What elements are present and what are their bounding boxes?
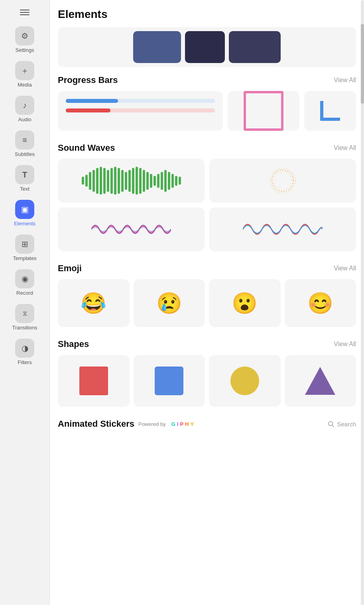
shape-card-blue-square[interactable] xyxy=(134,355,205,407)
shape-card-red-square[interactable] xyxy=(58,355,130,407)
sidebar-label-filters: Filters xyxy=(18,359,31,365)
sidebar-item-record[interactable]: ◉ Record xyxy=(0,265,49,300)
giphy-i: I xyxy=(177,421,179,427)
svg-point-0 xyxy=(272,170,293,191)
shapes-header: Shapes View All xyxy=(58,339,356,349)
shapes-section: Shapes View All xyxy=(58,339,356,407)
sound-card-green-bars[interactable] xyxy=(58,159,205,203)
sidebar-item-templates[interactable]: ⊞ Templates xyxy=(0,231,49,265)
scrollbar-thumb[interactable] xyxy=(361,24,364,104)
shapes-view-all[interactable]: View All xyxy=(334,341,356,348)
emoji-section: Emoji View All 😂 😢 😮 😊 xyxy=(58,263,356,327)
progress-bars-header: Progress Bars View All xyxy=(58,75,356,85)
settings-icon: ⚙ xyxy=(15,26,34,45)
sound-card-circular[interactable] xyxy=(209,159,356,203)
progress-fill-blue xyxy=(66,99,118,103)
top-thumbnails xyxy=(58,27,356,67)
sine-wave-svg xyxy=(243,217,323,241)
powered-by-label: Powered by xyxy=(138,421,166,427)
shapes-grid xyxy=(58,355,356,407)
progress-track-red xyxy=(66,108,215,112)
sound-waves-section: Sound Waves View All xyxy=(58,143,356,251)
shapes-title: Shapes xyxy=(58,339,89,349)
thumbnail-2[interactable] xyxy=(185,31,225,63)
emoji-item-sad[interactable]: 😢 xyxy=(134,279,205,327)
green-wave-bars xyxy=(82,167,181,195)
progress-bars-grid xyxy=(58,91,356,131)
page-title: Elements xyxy=(58,8,356,21)
sound-waves-grid xyxy=(58,159,356,251)
sidebar-label-text: Text xyxy=(20,186,30,192)
audio-icon: ♪ xyxy=(15,96,34,115)
sound-waves-view-all[interactable]: View All xyxy=(334,144,356,152)
record-icon: ◉ xyxy=(15,269,34,288)
emoji-title: Emoji xyxy=(58,263,82,274)
sidebar-label-templates: Templates xyxy=(13,255,36,261)
sound-waves-header: Sound Waves View All xyxy=(58,143,356,153)
sound-card-smooth[interactable] xyxy=(58,207,205,251)
sidebar-label-transitions: Transitions xyxy=(12,325,37,331)
sidebar-item-text[interactable]: T Text xyxy=(0,161,49,196)
search-area[interactable]: Search xyxy=(327,420,356,428)
thumbnail-1[interactable] xyxy=(133,31,181,63)
search-label: Search xyxy=(337,421,356,428)
shape-card-purple-triangle[interactable] xyxy=(285,355,356,407)
blue-square-shape xyxy=(155,367,183,395)
sidebar-item-settings[interactable]: ⚙ Settings xyxy=(0,22,49,57)
sidebar-label-media: Media xyxy=(18,82,31,88)
giphy-p: P xyxy=(180,421,183,427)
sound-card-sine[interactable] xyxy=(209,207,356,251)
emoji-item-happy[interactable]: 😊 xyxy=(285,279,356,327)
progress-bars-section: Progress Bars View All xyxy=(58,75,356,131)
sidebar-item-filters[interactable]: ◑ Filters xyxy=(0,335,49,369)
sidebar-label-record: Record xyxy=(16,290,33,296)
giphy-g: G xyxy=(171,421,175,427)
pink-square-shape xyxy=(244,91,283,131)
progress-card-pink-square[interactable] xyxy=(228,91,299,131)
sidebar-item-transitions[interactable]: ⧖ Transitions xyxy=(0,300,49,335)
media-icon: ＋ xyxy=(15,61,34,80)
scrollbar-track[interactable] xyxy=(361,0,364,605)
sidebar-label-settings: Settings xyxy=(16,47,34,53)
svg-point-2 xyxy=(274,172,292,190)
sidebar-item-audio[interactable]: ♪ Audio xyxy=(0,92,49,126)
animated-title-row: Animated Stickers Powered by GIPHY xyxy=(58,419,194,429)
shape-card-yellow-circle[interactable] xyxy=(209,355,281,407)
hamburger-icon xyxy=(20,10,30,15)
progress-bars-title: Progress Bars xyxy=(58,75,118,85)
progress-bar-blue xyxy=(66,99,215,103)
emoji-item-surprised[interactable]: 😮 xyxy=(209,279,281,327)
animated-stickers-header: Animated Stickers Powered by GIPHY Searc… xyxy=(58,419,356,429)
progress-card-l-shape[interactable] xyxy=(304,91,356,131)
sidebar-item-media[interactable]: ＋ Media xyxy=(0,57,49,92)
emoji-view-all[interactable]: View All xyxy=(334,265,356,272)
smooth-wave-svg xyxy=(91,217,171,241)
filters-icon: ◑ xyxy=(15,339,34,358)
svg-line-4 xyxy=(333,425,334,427)
transitions-icon: ⧖ xyxy=(15,304,34,323)
sidebar-item-elements[interactable]: ▣ Elements xyxy=(0,196,49,231)
sidebar: ⚙ Settings ＋ Media ♪ Audio ≡ Subtitles T… xyxy=(0,0,50,605)
red-square-shape xyxy=(79,367,108,395)
progress-fill-red xyxy=(66,108,110,112)
l-shape xyxy=(320,101,340,121)
emoji-header: Emoji View All xyxy=(58,263,356,274)
svg-point-3 xyxy=(329,422,333,426)
sidebar-label-audio: Audio xyxy=(18,116,31,122)
sidebar-item-subtitles[interactable]: ≡ Subtitles xyxy=(0,126,49,161)
purple-triangle-shape xyxy=(305,367,335,395)
progress-bar-red xyxy=(66,108,215,112)
thumbnail-3[interactable] xyxy=(229,31,281,63)
giphy-logo: GIPHY xyxy=(171,421,194,427)
giphy-y: Y xyxy=(190,421,194,427)
progress-bars-view-all[interactable]: View All xyxy=(334,77,356,84)
subtitles-icon: ≡ xyxy=(15,130,34,150)
menu-button[interactable] xyxy=(0,5,49,22)
progress-card-bars[interactable] xyxy=(58,91,223,131)
emoji-grid: 😂 😢 😮 😊 xyxy=(58,279,356,327)
animated-stickers-section: Animated Stickers Powered by GIPHY Searc… xyxy=(58,419,356,429)
yellow-circle-shape xyxy=(230,367,259,395)
sound-waves-title: Sound Waves xyxy=(58,143,115,153)
emoji-item-laughing[interactable]: 😂 xyxy=(58,279,130,327)
progress-track-blue xyxy=(66,99,215,103)
